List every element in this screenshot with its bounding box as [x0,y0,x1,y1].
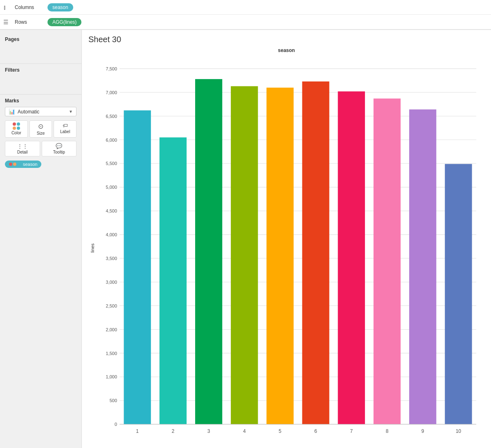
rows-icon: ☰ [3,19,11,25]
svg-text:7,000: 7,000 [106,90,117,95]
columns-label: Columns [15,5,47,10]
svg-rect-40 [266,88,293,424]
svg-text:8: 8 [386,428,389,434]
svg-text:6,000: 6,000 [106,137,117,142]
svg-text:10: 10 [456,428,462,434]
rows-pill[interactable]: AGG(lines) [47,18,81,26]
svg-text:3,500: 3,500 [106,256,117,261]
color-label: Color [11,131,21,135]
color-dots [13,122,20,126]
label-label: Label [60,129,70,134]
columns-pill[interactable]: season [47,3,73,11]
columns-icon: ⫿ [3,4,11,11]
detail-button[interactable]: ⋮⋮ Detail [5,141,40,156]
dot4 [17,127,20,130]
svg-text:1: 1 [136,428,139,434]
label-icon: 🏷 [63,122,68,129]
chart-title: Sheet 30 [88,35,484,44]
svg-rect-48 [409,109,436,424]
rows-shelf: ☰ Rows AGG(lines) [0,15,491,29]
color-dots2 [13,127,20,130]
season-pill-label: season [23,162,37,167]
svg-rect-44 [338,91,365,424]
svg-text:7,500: 7,500 [106,66,117,71]
svg-text:7: 7 [350,428,353,434]
tooltip-label: Tooltip [53,150,65,154]
pages-title: Pages [5,36,77,42]
svg-rect-50 [445,164,472,424]
rows-label: Rows [15,19,47,25]
main-layout: Pages Filters Marks 📊 Automatic ▼ [0,30,491,448]
tooltip-button[interactable]: 💬 Tooltip [42,141,77,156]
season-pill-dots [9,163,20,166]
svg-rect-34 [160,138,187,425]
chart-grid-bars: 05001,0001,5002,0002,5003,0003,5004,0004… [95,55,484,441]
svg-rect-32 [124,111,151,425]
dot2 [17,122,20,126]
season-pill[interactable]: season [5,161,41,168]
chart-plot: 05001,0001,5002,0002,5003,0003,5004,0004… [95,55,484,441]
tooltip-icon: 💬 [56,143,62,149]
chart-container: season lines 05001,0001,5002,0002,5003,0… [88,48,484,441]
detail-icon: ⋮⋮ [17,143,28,149]
svg-text:5,500: 5,500 [106,161,117,166]
marks-buttons-row1: Color ⊙ Size 🏷 Label [5,120,77,138]
dot3 [13,127,16,130]
bar-chart-icon: 📊 [9,109,15,115]
label-button[interactable]: 🏷 Label [54,120,77,138]
y-axis-label: lines [88,55,95,441]
pill-dot3 [17,163,20,166]
chart-svg: 05001,0001,5002,0002,5003,0003,5004,0004… [95,55,484,441]
svg-text:5,000: 5,000 [106,185,117,190]
svg-text:3: 3 [207,428,210,434]
top-bar: ⫿ Columns season ☰ Rows AGG(lines) [0,0,491,30]
svg-text:4,500: 4,500 [106,208,117,213]
svg-text:500: 500 [110,398,117,403]
filters-title: Filters [5,67,77,73]
svg-text:6,500: 6,500 [106,113,117,118]
svg-text:3,000: 3,000 [106,280,117,285]
svg-text:2,000: 2,000 [106,327,117,332]
svg-rect-38 [231,86,258,424]
sidebar: Pages Filters Marks 📊 Automatic ▼ [0,30,82,448]
pages-section: Pages [0,33,81,64]
svg-text:6: 6 [314,428,317,434]
marks-type: Automatic [18,109,39,115]
columns-shelf: ⫿ Columns season [0,0,491,15]
svg-rect-46 [374,99,401,424]
color-button[interactable]: Color [5,120,28,138]
svg-text:0: 0 [115,422,117,427]
size-button[interactable]: ⊙ Size [29,120,52,138]
marks-title: Marks [5,98,77,104]
pill-dot2 [13,163,16,166]
chart-inner: lines 05001,0001,5002,0002,5003,0003,500… [88,55,484,441]
dot1 [13,122,16,126]
svg-rect-36 [195,79,222,424]
svg-text:4: 4 [243,428,246,434]
svg-text:2,500: 2,500 [106,303,117,308]
size-icon: ⊙ [38,122,43,130]
svg-text:4,000: 4,000 [106,232,117,237]
svg-text:9: 9 [421,428,424,434]
marks-buttons-row2: ⋮⋮ Detail 💬 Tooltip [5,141,77,156]
chart-area: Sheet 30 season lines 05001,0001,5002,00… [82,30,491,448]
svg-text:1,500: 1,500 [106,351,117,355]
marks-dropdown[interactable]: 📊 Automatic ▼ [5,107,77,116]
svg-text:2: 2 [172,428,175,434]
size-label: Size [37,131,45,136]
chart-season-label: season [88,48,484,53]
pages-content [5,44,77,60]
detail-label: Detail [17,150,28,154]
marks-section: Marks 📊 Automatic ▼ [0,95,81,171]
filters-content [5,75,77,91]
pill-dot1 [9,163,12,166]
svg-rect-42 [302,81,329,424]
dropdown-arrow-icon: ▼ [69,109,73,114]
svg-text:5: 5 [279,428,282,434]
filters-section: Filters [0,64,81,95]
svg-text:1,000: 1,000 [106,374,117,379]
